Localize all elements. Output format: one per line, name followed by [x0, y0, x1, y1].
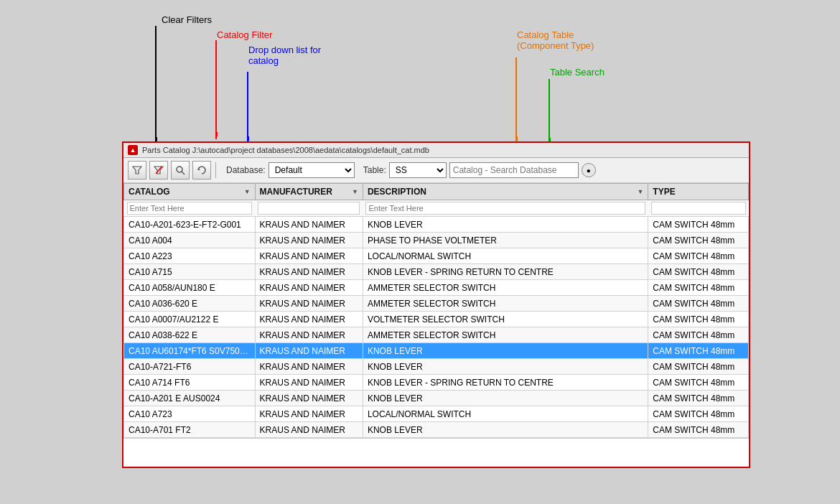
- table-row[interactable]: CA10 A004KRAUS AND NAIMERPHASE TO PHASE …: [124, 233, 749, 248]
- toolbar-btn-search[interactable]: [171, 161, 190, 179]
- filter-icon: [132, 165, 142, 175]
- table-cell: CAM SWITCH 48mm: [648, 312, 749, 327]
- table-cell: CA10 A004: [124, 233, 256, 248]
- table-row[interactable]: CA10-A201-623-E-FT2-G001KRAUS AND NAIMER…: [124, 217, 749, 233]
- sort-arrow-description: ▼: [637, 188, 643, 195]
- toolbar-btn-refresh[interactable]: [192, 161, 211, 179]
- table-cell: KRAUS AND NAIMER: [255, 248, 363, 264]
- table-cell: KNOB LEVER: [363, 359, 648, 375]
- annotation-table-search: Table Search: [550, 67, 605, 78]
- table-cell: PHASE TO PHASE VOLTMETER: [363, 233, 648, 248]
- sort-arrow-catalog: ▼: [244, 188, 251, 195]
- table-cell: LOCAL/NORMAL SWITCH: [363, 248, 648, 264]
- filter-input-catalog[interactable]: [127, 202, 253, 215]
- th-catalog[interactable]: CATALOG ▼: [124, 184, 256, 200]
- footer-area: [123, 438, 749, 467]
- th-description[interactable]: DESCRIPTION ▼: [363, 184, 648, 200]
- table-cell: CAM SWITCH 48mm: [648, 233, 749, 248]
- arrow-catalog-table: [515, 57, 518, 144]
- table-row[interactable]: CA10 AU60174*FT6 S0V750D...KRAUS AND NAI…: [124, 343, 749, 359]
- arrow-clear-filters: [155, 26, 157, 144]
- table-cell: KNOB LEVER: [363, 217, 648, 233]
- table-cell: CA10-A721-FT6: [124, 359, 256, 375]
- table-cell: CAM SWITCH 48mm: [648, 264, 749, 280]
- table-row[interactable]: CA10 A715KRAUS AND NAIMERKNOB LEVER - SP…: [124, 264, 749, 280]
- annotation-catalog-filter: Catalog Filter: [217, 29, 272, 40]
- table-cell: KNOB LEVER: [363, 422, 648, 438]
- table-cell: CA10 A223: [124, 248, 256, 264]
- table-cell: CA10 A715: [124, 264, 256, 280]
- table-cell: KRAUS AND NAIMER: [255, 312, 363, 327]
- table-row[interactable]: CA10-A201 E AUS0024KRAUS AND NAIMERKNOB …: [124, 391, 749, 406]
- arrow-catalog-filter: [215, 40, 218, 139]
- toolbar-separator-1: [215, 162, 216, 178]
- table-row[interactable]: CA10 A223KRAUS AND NAIMERLOCAL/NORMAL SW…: [124, 248, 749, 264]
- svg-line-14: [182, 172, 185, 174]
- table-cell: KNOB LEVER - SPRING RETURN TO CENTRE: [363, 375, 648, 391]
- table-select[interactable]: SS: [389, 162, 447, 178]
- annotation-dropdown-label: Drop down list forcatalog: [248, 45, 321, 66]
- app-icon: ▲: [128, 145, 138, 155]
- table-row[interactable]: CA10 A0007/AU2122 EKRAUS AND NAIMERVOLTM…: [124, 312, 749, 327]
- table-cell: CA10-A201-623-E-FT2-G001: [124, 217, 256, 233]
- table-row[interactable]: CA10 A714 FT6KRAUS AND NAIMERKNOB LEVER …: [124, 375, 749, 391]
- clear-filter-icon: [154, 165, 164, 175]
- table-cell: KRAUS AND NAIMER: [255, 375, 363, 391]
- table-cell: KRAUS AND NAIMER: [255, 406, 363, 422]
- th-manufacturer[interactable]: MANUFACTURER ▼: [255, 184, 363, 200]
- title-bar: ▲ Parts Catalog J:\autocad\project datab…: [123, 143, 749, 158]
- filter-input-description[interactable]: [365, 202, 645, 215]
- refresh-icon: [197, 165, 207, 175]
- annotation-clear-filters-label: Clear Filters: [162, 14, 212, 25]
- table-cell: AMMETER SELECTOR SWITCH: [363, 280, 648, 296]
- table-row[interactable]: CA10 A036-620 EKRAUS AND NAIMERAMMETER S…: [124, 296, 749, 312]
- table-cell: KNOB LEVER: [363, 391, 648, 406]
- table-cell: CAM SWITCH 48mm: [648, 422, 749, 438]
- arrow-dropdown: [247, 72, 249, 144]
- toolbar-btn-clear[interactable]: [149, 161, 168, 179]
- table-row[interactable]: CA10 A038-622 EKRAUS AND NAIMERAMMETER S…: [124, 327, 749, 343]
- annotation-clear-filters: Clear Filters: [162, 14, 212, 25]
- toolbar: Database: Default Table: SS ●: [123, 158, 749, 183]
- table-cell: CA10 A714 FT6: [124, 375, 256, 391]
- table-container: CATALOG ▼ MANUFACTURER ▼ DESCRIPTION: [123, 183, 749, 438]
- th-type[interactable]: TYPE: [648, 184, 749, 200]
- table-cell: CAM SWITCH 48mm: [648, 280, 749, 296]
- table-cell: VOLTMETER SELECTOR SWITCH: [363, 312, 648, 327]
- table-cell: AMMETER SELECTOR SWITCH: [363, 296, 648, 312]
- table-cell: CA10 AU60174*FT6 S0V750D...: [124, 343, 256, 359]
- table-cell: CAM SWITCH 48mm: [648, 248, 749, 264]
- table-cell: CA10-A701 FT2: [124, 422, 256, 438]
- window-title: Parts Catalog J:\autocad\project databas…: [142, 146, 429, 154]
- table-header-row: CATALOG ▼ MANUFACTURER ▼ DESCRIPTION: [124, 184, 749, 200]
- table-cell: KRAUS AND NAIMER: [255, 233, 363, 248]
- table-cell: CAM SWITCH 48mm: [648, 296, 749, 312]
- filter-cell-manufacturer: [255, 200, 363, 217]
- search-icon: [175, 165, 185, 175]
- table-cell: CAM SWITCH 48mm: [648, 375, 749, 391]
- filter-input-manufacturer[interactable]: [258, 202, 360, 215]
- table-cell: CA10 A058/AUN180 E: [124, 280, 256, 296]
- table-cell: AMMETER SELECTOR SWITCH: [363, 327, 648, 343]
- database-select[interactable]: Default: [269, 162, 355, 178]
- toolbar-btn-filter[interactable]: [128, 161, 146, 179]
- annotation-dropdown: Drop down list forcatalog: [248, 45, 321, 66]
- table-cell: KRAUS AND NAIMER: [255, 264, 363, 280]
- table-label: Table:: [363, 165, 386, 175]
- search-go-button[interactable]: ●: [582, 163, 596, 177]
- filter-cell-catalog: [124, 200, 256, 217]
- filter-input-type[interactable]: [651, 202, 746, 215]
- annotation-catalog-table: Catalog Table(Component Type): [517, 29, 594, 51]
- table-cell: CAM SWITCH 48mm: [648, 359, 749, 375]
- arrow-table-search: [549, 79, 551, 145]
- catalog-search-input[interactable]: [449, 162, 579, 178]
- table-cell: LOCAL/NORMAL SWITCH: [363, 406, 648, 422]
- svg-line-12: [156, 167, 162, 174]
- table-body: CA10-A201-623-E-FT2-G001KRAUS AND NAIMER…: [124, 217, 749, 438]
- table-row[interactable]: CA10-A721-FT6KRAUS AND NAIMERKNOB LEVERC…: [124, 359, 749, 375]
- main-window: ▲ Parts Catalog J:\autocad\project datab…: [122, 141, 750, 468]
- table-row[interactable]: CA10 A723KRAUS AND NAIMERLOCAL/NORMAL SW…: [124, 406, 749, 422]
- database-label: Database:: [226, 165, 266, 175]
- table-row[interactable]: CA10 A058/AUN180 EKRAUS AND NAIMERAMMETE…: [124, 280, 749, 296]
- table-row[interactable]: CA10-A701 FT2KRAUS AND NAIMERKNOB LEVERC…: [124, 422, 749, 438]
